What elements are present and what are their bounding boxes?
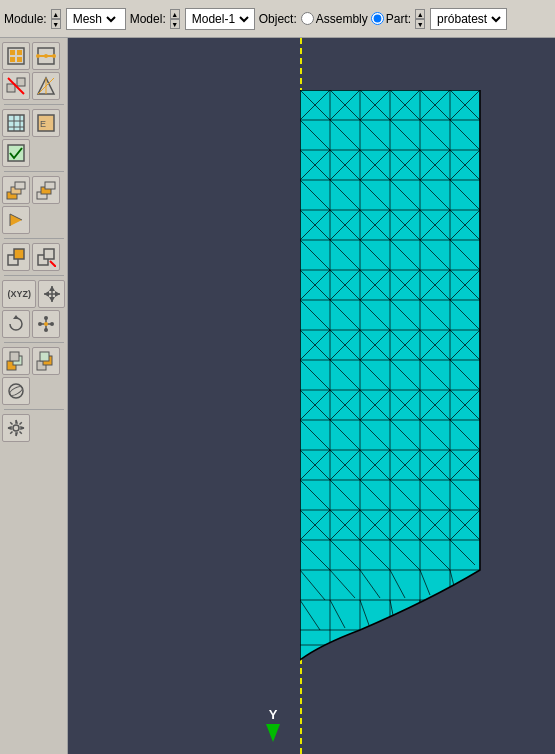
- tool-row-5: [2, 176, 65, 204]
- assembly-radio-label[interactable]: Assembly: [301, 12, 368, 26]
- tool-stack2[interactable]: [32, 176, 60, 204]
- cut-icon: [36, 247, 56, 267]
- svg-marker-38: [49, 297, 55, 302]
- arrow-icon: [6, 210, 26, 230]
- module-up[interactable]: ▲: [51, 9, 61, 19]
- part-dropdown[interactable]: próbatest: [433, 11, 504, 27]
- tool-row-9: [2, 347, 65, 375]
- tool-seed-edge[interactable]: [32, 42, 60, 70]
- tool-cut[interactable]: [32, 243, 60, 271]
- svg-rect-2: [17, 50, 22, 55]
- part-up[interactable]: ▲: [415, 9, 425, 19]
- divider-6: [4, 409, 64, 410]
- tool-row-6: [2, 206, 65, 234]
- assembly-radio-text: Assembly: [316, 12, 368, 26]
- svg-point-7: [36, 54, 40, 58]
- module-select[interactable]: Mesh: [66, 8, 126, 30]
- part-display-icon: [6, 351, 26, 371]
- assembly-display-icon: [36, 351, 56, 371]
- svg-rect-4: [17, 57, 22, 62]
- divider-4: [4, 275, 64, 276]
- svg-point-48: [44, 328, 48, 332]
- element-type-icon: E: [36, 113, 56, 133]
- tool-row-11: [2, 414, 65, 442]
- svg-marker-39: [44, 291, 49, 297]
- orbit-icon: [6, 381, 26, 401]
- svg-point-46: [50, 322, 54, 326]
- part-select[interactable]: próbatest: [430, 8, 507, 30]
- rotate-icon: [6, 314, 26, 334]
- part-radio-label[interactable]: Part:: [371, 12, 411, 26]
- tool-query[interactable]: [2, 243, 30, 271]
- verify-mesh-icon: [6, 143, 26, 163]
- tool-xyz-label[interactable]: (XYZ): [2, 280, 36, 308]
- tool-row-10: [2, 377, 65, 405]
- object-label: Object:: [259, 12, 297, 26]
- svg-point-44: [44, 322, 48, 326]
- y-axis-label: Y: [269, 707, 278, 722]
- module-label: Module:: [4, 12, 47, 26]
- part-down[interactable]: ▼: [415, 19, 425, 29]
- model-label: Model:: [130, 12, 166, 26]
- tool-translate[interactable]: [38, 280, 65, 308]
- model-select[interactable]: Model-1: [185, 8, 255, 30]
- part-radio[interactable]: [371, 12, 384, 25]
- model-dropdown[interactable]: Model-1: [188, 11, 252, 27]
- part-radio-text: Part:: [386, 12, 411, 26]
- svg-rect-54: [40, 352, 49, 361]
- tool-assembly-display[interactable]: [32, 347, 60, 375]
- module-dropdown[interactable]: Mesh: [69, 11, 119, 27]
- svg-rect-51: [10, 352, 19, 361]
- tool-row-7: [2, 243, 65, 271]
- tool-assign-stack[interactable]: [2, 176, 30, 204]
- tool-mesh-part[interactable]: [32, 72, 60, 100]
- part-spinner[interactable]: ▲ ▼: [415, 9, 425, 29]
- y-axis-indicator: Y: [266, 707, 280, 742]
- tool-settings[interactable]: [2, 414, 30, 442]
- svg-marker-41: [13, 315, 19, 319]
- delete-seed-icon: [6, 76, 26, 96]
- xyz-text: (XYZ): [7, 289, 31, 299]
- tool-mesh-region[interactable]: [2, 109, 30, 137]
- svg-rect-33: [44, 249, 54, 259]
- tool-delete-seed[interactable]: [2, 72, 30, 100]
- tool-scale[interactable]: [32, 310, 60, 338]
- svg-rect-16: [8, 115, 24, 131]
- svg-marker-37: [49, 286, 55, 291]
- svg-marker-40: [55, 291, 60, 297]
- module-down[interactable]: ▼: [51, 19, 61, 29]
- tool-part-display[interactable]: [2, 347, 30, 375]
- query-icon: [6, 247, 26, 267]
- model-down[interactable]: ▼: [170, 19, 180, 29]
- svg-point-47: [44, 316, 48, 320]
- assign-stack-icon: [6, 180, 26, 200]
- svg-rect-1: [10, 50, 15, 55]
- tool-arrow[interactable]: [2, 206, 30, 234]
- viewport[interactable]: Y: [68, 38, 555, 754]
- svg-point-9: [52, 54, 56, 58]
- tool-row-4: [2, 139, 65, 167]
- mesh-region-icon: [6, 113, 26, 133]
- svg-rect-31: [14, 249, 24, 259]
- tool-orbit[interactable]: [2, 377, 30, 405]
- svg-point-8: [44, 54, 48, 58]
- mesh-part-icon: [36, 76, 56, 96]
- seed-part-icon: [6, 46, 26, 66]
- tool-row-xyz-label: (XYZ): [2, 280, 65, 308]
- svg-point-45: [38, 322, 42, 326]
- main-area: E: [0, 38, 555, 754]
- model-spinner[interactable]: ▲ ▼: [170, 9, 180, 29]
- svg-point-57: [13, 425, 19, 431]
- assembly-radio[interactable]: [301, 12, 314, 25]
- svg-rect-11: [17, 78, 25, 86]
- scale-icon: [36, 314, 56, 334]
- tool-element-type[interactable]: E: [32, 109, 60, 137]
- model-up[interactable]: ▲: [170, 9, 180, 19]
- tool-seed-part[interactable]: [2, 42, 30, 70]
- divider-3: [4, 238, 64, 239]
- divider-1: [4, 104, 64, 105]
- svg-line-34: [50, 261, 56, 267]
- tool-rotate[interactable]: [2, 310, 30, 338]
- tool-verify-mesh[interactable]: [2, 139, 30, 167]
- module-spinner[interactable]: ▲ ▼: [51, 9, 61, 29]
